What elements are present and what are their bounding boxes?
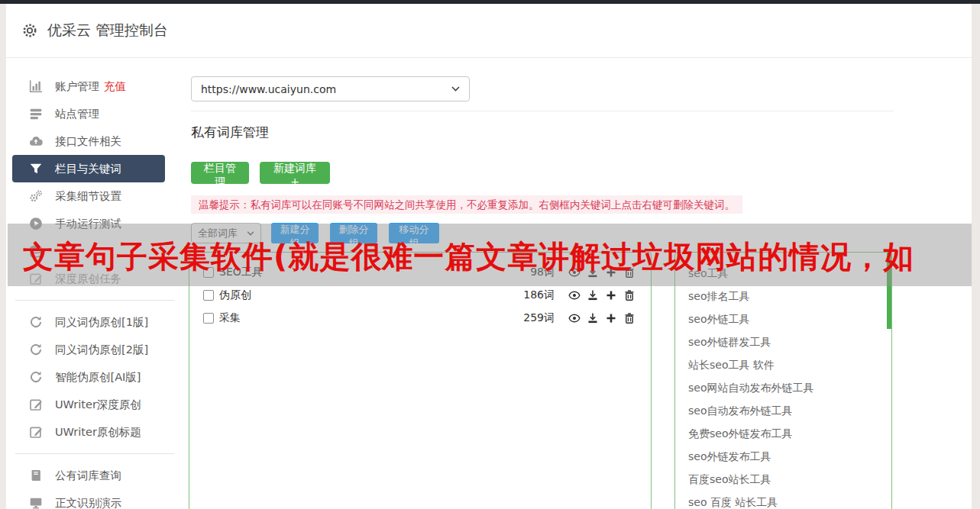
keyword-item[interactable]: seo外链工具 (688, 308, 891, 330)
sidebar-item-label: 账户管理 (55, 79, 99, 94)
recharge-link[interactable]: 充值 (104, 79, 126, 94)
column-manage-button[interactable]: 栏目管理 (191, 162, 249, 184)
row-checkbox[interactable] (203, 290, 214, 301)
keyword-item[interactable]: seo自动发布外链工具 (688, 399, 891, 422)
site-select-value: https://www.ucaiyun.com (201, 83, 336, 95)
edit-icon (29, 425, 43, 439)
sidebar-item-label: 采集细节设置 (55, 189, 121, 204)
download-icon[interactable] (587, 312, 599, 324)
cloud-upload-icon (29, 134, 43, 148)
site-select[interactable]: https://www.ucaiyun.com (191, 76, 470, 101)
sidebar-item-account[interactable]: 账户管理 充值 (6, 72, 183, 100)
sidebar-item-body-recognition[interactable]: 正文识别演示 (6, 489, 183, 509)
refresh-icon (29, 370, 43, 384)
sidebar-item-label: 同义词伪原创[1版] (55, 315, 148, 330)
sidebar-item-label: 接口文件相关 (55, 134, 121, 149)
refresh-icon (29, 343, 43, 356)
sidebar-item-interface-files[interactable]: 接口文件相关 (6, 127, 183, 155)
sidebar-item-label: 栏目与关键词 (55, 162, 121, 176)
sidebar-item-ai-pseudo[interactable]: 智能伪原创[AI版] (6, 363, 183, 391)
sidebar-item-synonym-v1[interactable]: 同义词伪原创[1版] (6, 308, 183, 336)
sidebar-item-synonym-v2[interactable]: 同义词伪原创[2版] (6, 336, 183, 363)
sidebar-item-label: 智能伪原创[AI版] (55, 370, 141, 385)
table-row[interactable]: 伪原创 186词 (189, 284, 651, 307)
download-icon[interactable] (587, 289, 599, 301)
word-count: 259词 (523, 311, 555, 325)
thesaurus-name: 伪原创 (219, 288, 251, 302)
view-icon[interactable] (568, 289, 581, 301)
app-header: 优采云 管理控制台 (6, 4, 972, 58)
chart-bar-icon (29, 79, 43, 93)
new-thesaurus-button[interactable]: 新建词库 + (260, 162, 330, 184)
row-checkbox[interactable] (203, 313, 214, 324)
keyword-item[interactable]: 百度seo站长工具 (688, 468, 891, 491)
keyword-item[interactable]: seo排名工具 (688, 285, 891, 308)
refresh-icon (29, 315, 43, 329)
sidebar-item-label: 同义词伪原创[2版] (55, 343, 148, 357)
chevron-down-icon (451, 86, 460, 92)
warm-tip: 温馨提示：私有词库可以在同账号不同网站之间共享使用，不必重复添加。右侧框内关键词… (191, 195, 742, 214)
sidebar-item-columns-keywords[interactable]: 栏目与关键词 (12, 155, 165, 182)
red-caption-text: 文章句子采集软件(就是很难一篇文章讲解过垃圾网站的情况，如 (23, 240, 914, 273)
thesaurus-name: 采集 (219, 311, 241, 325)
keyword-item[interactable]: seo 百度 站长工具 (688, 491, 891, 509)
thesaurus-list-panel: SEO工具 98词 伪原创 186词 采集 259词 (189, 252, 652, 509)
add-icon[interactable] (605, 312, 617, 324)
page-title: 私有词库管理 (191, 124, 269, 141)
sidebar-item-uwriter-deep[interactable]: UWriter深度原创 (6, 391, 183, 418)
gears-icon (29, 189, 43, 203)
keyword-item[interactable]: seo外链群发工具 (688, 330, 891, 353)
trash-icon[interactable] (623, 289, 636, 301)
site-list-icon (29, 107, 43, 121)
content-divider (191, 111, 894, 111)
sidebar-item-sites[interactable]: 站点管理 (6, 100, 183, 127)
sidebar-item-label: 公有词库查询 (55, 469, 121, 483)
edit-icon (29, 398, 43, 411)
view-icon[interactable] (568, 312, 581, 324)
book-icon (29, 469, 43, 482)
sidebar-divider (15, 453, 174, 454)
sidebar-item-uwriter-title[interactable]: UWriter原创标题 (6, 418, 183, 446)
keyword-list-panel: seo工具 seo排名工具 seo外链工具 seo外链群发工具 站长seo工具 … (674, 252, 892, 509)
keyword-item[interactable]: seo网站自动发布外链工具 (688, 376, 891, 399)
keyword-item[interactable]: 站长seo工具 软件 (688, 353, 891, 376)
sidebar-item-public-thesaurus[interactable]: 公有词库查询 (6, 462, 183, 489)
table-row[interactable]: 采集 259词 (189, 307, 651, 330)
filter-icon (29, 162, 43, 176)
gear-icon (21, 22, 38, 39)
trash-icon[interactable] (623, 312, 636, 324)
add-icon[interactable] (605, 289, 617, 301)
keyword-item[interactable]: 免费seo外链发布工具 (688, 422, 891, 445)
sidebar-item-label: UWriter深度原创 (55, 398, 141, 412)
sidebar-item-collect-settings[interactable]: 采集细节设置 (6, 182, 183, 210)
app-window: 优采云 管理控制台 账户管理 充值 站点管理 接口文件相关 栏目与关键词 (0, 0, 980, 509)
sidebar-divider (15, 300, 174, 301)
keyword-item[interactable]: seo外链发布工具 (688, 445, 891, 468)
sidebar-item-label: UWriter原创标题 (55, 425, 141, 440)
sidebar-item-label: 正文识别演示 (55, 496, 121, 509)
monitor-icon (29, 496, 43, 509)
sidebar-item-label: 站点管理 (55, 107, 99, 121)
app-title: 优采云 管理控制台 (47, 21, 168, 40)
word-count: 186词 (523, 288, 555, 302)
